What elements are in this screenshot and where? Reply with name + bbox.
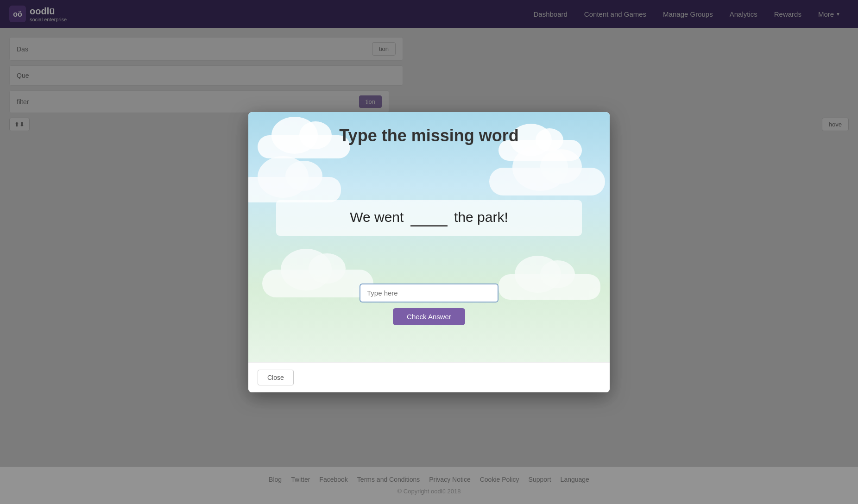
modal-sky-bg: Type the missing word We went the park! … [248,112,610,362]
sentence-after: the park! [454,209,508,225]
cloud-6 [498,274,600,300]
cloud-5 [262,270,373,297]
cloud-3 [248,177,341,202]
close-button[interactable]: Close [258,370,294,385]
cloud-4 [489,168,605,195]
sentence-before: We went [350,209,404,225]
modal-sentence: We went the park! [276,200,582,236]
modal-input-area: Check Answer [360,284,498,325]
answer-input[interactable] [360,284,498,302]
modal-dialog: Type the missing word We went the park! … [248,112,610,392]
modal-footer: Close [248,362,610,392]
check-answer-button[interactable]: Check Answer [393,308,465,325]
modal-title: Type the missing word [248,112,610,155]
sentence-blank [410,209,448,227]
modal-overlay: Type the missing word We went the park! … [0,0,858,504]
